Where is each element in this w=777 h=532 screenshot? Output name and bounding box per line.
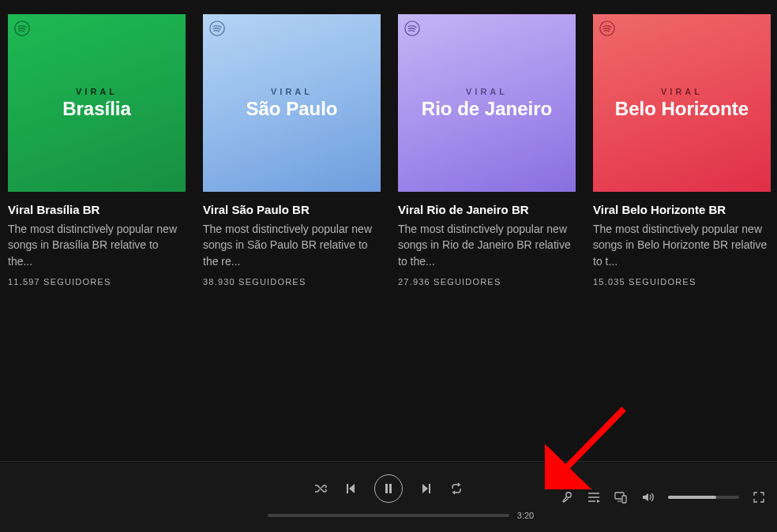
playlist-description: The most distinctively popular new songs… <box>8 221 186 269</box>
cover-tag: VIRAL <box>271 87 313 96</box>
cover-tag: VIRAL <box>466 87 508 96</box>
volume-fill <box>668 496 716 499</box>
playlist-grid: VIRAL Brasília Viral Brasília BR The mos… <box>0 0 777 287</box>
playlist-followers: 38.930 SEGUIDORES <box>203 277 381 287</box>
shuffle-button[interactable] <box>314 482 327 495</box>
playlist-cover: VIRAL São Paulo <box>203 14 381 192</box>
playlist-title: Viral São Paulo BR <box>203 203 381 216</box>
playlist-info: Viral Brasília BR The most distinctively… <box>8 192 186 287</box>
devices-icon <box>614 491 627 504</box>
cover-title: Belo Horizonte <box>615 98 749 120</box>
previous-button[interactable] <box>344 482 357 495</box>
playlist-cover: VIRAL Belo Horizonte <box>593 14 771 192</box>
playlist-card[interactable]: VIRAL Belo Horizonte Viral Belo Horizont… <box>593 14 771 287</box>
playlist-card[interactable]: VIRAL Rio de Janeiro Viral Rio de Janeir… <box>398 14 576 287</box>
svg-point-7 <box>566 492 571 496</box>
cover-title: Rio de Janeiro <box>422 98 552 120</box>
svg-rect-6 <box>389 484 392 493</box>
duration-time: 3:20 <box>517 511 544 520</box>
skip-forward-icon <box>420 482 433 495</box>
player-bar: 3:20 <box>0 461 777 532</box>
progress-bar[interactable] <box>268 514 509 517</box>
spotify-logo-icon <box>14 21 30 36</box>
spotify-logo-icon <box>209 21 225 36</box>
svg-rect-5 <box>385 484 388 493</box>
playlist-cover: VIRAL Brasília <box>8 14 186 192</box>
playlist-title: Viral Brasília BR <box>8 203 186 216</box>
fullscreen-icon <box>753 492 764 503</box>
cover-title: Brasília <box>62 98 131 120</box>
spotify-logo-icon <box>599 21 615 36</box>
microphone-icon <box>561 491 573 504</box>
fullscreen-button[interactable] <box>753 492 764 503</box>
playlist-card[interactable]: VIRAL Brasília Viral Brasília BR The mos… <box>8 14 186 287</box>
player-center: 3:20 <box>233 474 544 520</box>
pause-button[interactable] <box>374 474 403 503</box>
playlist-info: Viral Rio de Janeiro BR The most distinc… <box>398 192 576 287</box>
queue-button[interactable] <box>587 491 600 504</box>
next-button[interactable] <box>420 482 433 495</box>
spotify-logo-icon <box>404 21 420 36</box>
playlist-title: Viral Rio de Janeiro BR <box>398 203 576 216</box>
playlist-description: The most distinctively popular new songs… <box>203 221 381 269</box>
queue-icon <box>587 491 600 504</box>
shuffle-icon <box>314 482 327 495</box>
playlist-followers: 11.597 SEGUIDORES <box>8 277 186 287</box>
lyrics-button[interactable] <box>561 491 573 504</box>
devices-button[interactable] <box>614 491 627 504</box>
skip-back-icon <box>344 482 357 495</box>
playlist-followers: 15.035 SEGUIDORES <box>593 277 771 287</box>
player-right <box>561 491 764 504</box>
pause-icon <box>383 483 394 494</box>
volume-slider[interactable] <box>668 496 739 499</box>
repeat-icon <box>450 482 463 495</box>
cover-tag: VIRAL <box>76 87 118 96</box>
playlist-info: Viral São Paulo BR The most distinctivel… <box>203 192 381 287</box>
playlist-info: Viral Belo Horizonte BR The most distinc… <box>593 192 771 287</box>
playlist-title: Viral Belo Horizonte BR <box>593 203 771 216</box>
playlist-description: The most distinctively popular new songs… <box>593 221 771 269</box>
playlist-card[interactable]: VIRAL São Paulo Viral São Paulo BR The m… <box>203 14 381 287</box>
playlist-description: The most distinctively popular new songs… <box>398 221 576 269</box>
cover-tag: VIRAL <box>661 87 703 96</box>
playlist-followers: 27.936 SEGUIDORES <box>398 277 576 287</box>
repeat-button[interactable] <box>450 482 463 495</box>
playlist-cover: VIRAL Rio de Janeiro <box>398 14 576 192</box>
progress-row: 3:20 <box>233 511 544 520</box>
volume-button[interactable] <box>641 491 654 504</box>
svg-rect-9 <box>622 496 626 503</box>
volume-icon <box>641 491 654 504</box>
player-controls <box>314 474 463 503</box>
cover-title: São Paulo <box>246 98 337 120</box>
